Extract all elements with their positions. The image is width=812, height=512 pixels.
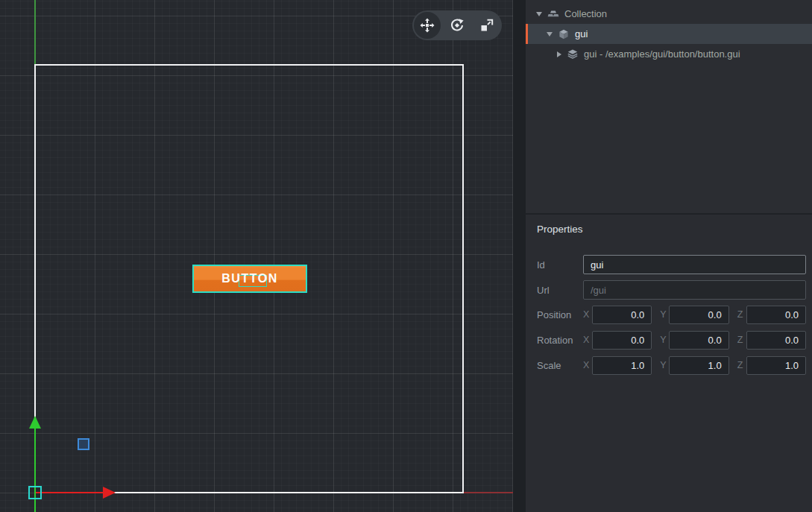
- x-axis-bright-segment: [36, 492, 104, 493]
- rotate-tool-button[interactable]: [444, 12, 470, 39]
- position-x-input[interactable]: [592, 306, 652, 324]
- game-object-icon: [558, 28, 570, 40]
- properties-panel: Properties Id Url Position X Y Z Rotatio…: [526, 215, 812, 512]
- id-input[interactable]: [583, 255, 806, 274]
- scale-icon: [479, 18, 494, 33]
- gui-component-icon: [567, 48, 579, 60]
- chevron-right-icon[interactable]: [557, 51, 561, 57]
- position-label: Position: [537, 309, 583, 320]
- id-property-row: Id: [537, 255, 806, 274]
- gui-button-node[interactable]: BUTTON: [192, 265, 307, 293]
- id-label: Id: [537, 259, 583, 271]
- z-axis-label: Z: [737, 335, 746, 345]
- outline-row-gui[interactable]: gui: [526, 24, 812, 44]
- url-label: Url: [537, 285, 583, 296]
- rotation-property-row: Rotation X Y Z: [537, 330, 806, 350]
- x-axis-label: X: [583, 309, 592, 320]
- rotation-y-input[interactable]: [669, 331, 728, 350]
- y-axis-label: Y: [660, 309, 669, 320]
- z-axis-label: Z: [737, 309, 746, 320]
- viewport-toolbar: [412, 10, 502, 40]
- y-axis-arrow-icon: [29, 416, 41, 429]
- scale-y-input[interactable]: [669, 356, 728, 375]
- position-property-row: Position X Y Z: [537, 305, 806, 324]
- outline-row-collection[interactable]: Collection: [526, 4, 812, 24]
- right-panel: Collection gui: [526, 0, 812, 512]
- panel-splitter[interactable]: [513, 0, 526, 512]
- y-axis-label: Y: [660, 335, 669, 345]
- url-property-row: Url: [537, 280, 806, 300]
- scale-property-row: Scale X Y Z: [537, 355, 806, 375]
- rotation-z-input[interactable]: [746, 331, 806, 350]
- scene-viewport[interactable]: BUTTON: [0, 0, 513, 512]
- outline-panel: Collection gui: [526, 0, 812, 215]
- url-input[interactable]: [583, 280, 806, 300]
- x-axis-arrow-icon: [103, 487, 116, 499]
- chevron-down-icon[interactable]: [547, 32, 553, 37]
- move-icon: [420, 18, 435, 33]
- x-axis-label: X: [583, 335, 592, 345]
- scale-z-input[interactable]: [746, 356, 806, 375]
- rotation-x-input[interactable]: [592, 331, 652, 350]
- x-axis-label: X: [583, 360, 592, 370]
- move-tool-button[interactable]: [414, 12, 441, 39]
- x-axis-line-dim: [464, 492, 513, 493]
- gui-button-label: BUTTON: [221, 272, 277, 285]
- scale-x-input[interactable]: [592, 356, 652, 375]
- collection-icon: [547, 8, 559, 20]
- rotate-icon: [450, 18, 465, 33]
- scale-label: Scale: [537, 360, 583, 371]
- outline-row-label: gui: [575, 28, 588, 39]
- defold-editor-window: BUTTON: [0, 0, 812, 512]
- chevron-down-icon[interactable]: [536, 12, 542, 16]
- scale-tool-button[interactable]: [473, 12, 500, 39]
- y-axis-label: Y: [660, 360, 669, 370]
- origin-handle[interactable]: [28, 486, 42, 499]
- outline-row-label: gui - /examples/gui/button/button.gui: [584, 48, 740, 60]
- z-axis-label: Z: [737, 360, 746, 370]
- position-y-input[interactable]: [669, 306, 728, 324]
- outline-row-label: Collection: [564, 8, 607, 19]
- position-z-input[interactable]: [746, 306, 806, 324]
- rotation-label: Rotation: [537, 335, 583, 346]
- outline-row-gui-component[interactable]: gui - /examples/gui/button/button.gui: [526, 44, 812, 64]
- box-node[interactable]: [78, 438, 89, 450]
- properties-title: Properties: [537, 224, 806, 235]
